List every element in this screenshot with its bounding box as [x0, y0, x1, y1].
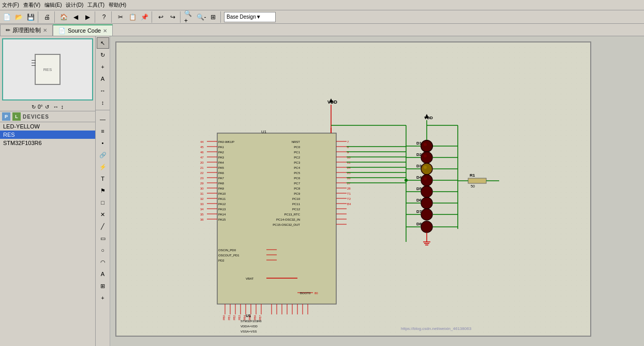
preview-pins — [32, 60, 36, 66]
svg-text:PB1: PB1 — [228, 315, 231, 320]
plus-tool[interactable]: + — [97, 61, 109, 73]
undo-button[interactable]: ↩ — [155, 11, 167, 23]
sep4 — [111, 11, 113, 23]
svg-point-187 — [421, 221, 432, 233]
svg-text:PB0: PB0 — [222, 315, 226, 320]
tab-source-close[interactable]: ✕ — [103, 28, 107, 34]
svg-text:PA13: PA13 — [218, 208, 226, 211]
help-button[interactable]: ? — [98, 11, 110, 23]
junction-tool[interactable]: • — [97, 137, 109, 149]
rotate-tool[interactable]: ↻ — [97, 49, 109, 61]
sep6 — [180, 11, 182, 23]
menu-view[interactable]: 查看(V) — [23, 2, 40, 9]
device-res[interactable]: RES — [0, 131, 95, 139]
svg-text:PC2: PC2 — [294, 156, 300, 159]
probe-tool[interactable]: ⚑ — [97, 185, 109, 196]
circle-tool[interactable]: ○ — [97, 244, 109, 256]
mirror-tool[interactable]: ↔ — [97, 85, 109, 96]
tab-schematic[interactable]: ✏ 原理图绘制 ✕ — [0, 24, 53, 36]
rect-tool[interactable]: ▭ — [97, 233, 109, 244]
menu-tools[interactable]: 工具(T) — [87, 2, 104, 9]
svg-text:44: 44 — [200, 140, 204, 143]
svg-text:80: 80 — [314, 292, 318, 295]
home-button[interactable]: 🏠 — [58, 11, 69, 23]
cut-button[interactable]: ✂ — [115, 11, 126, 23]
bus-tool[interactable]: ≡ — [97, 125, 109, 137]
svg-text:34: 34 — [200, 208, 204, 211]
back-button[interactable]: ◀ — [70, 11, 81, 23]
tool-palette: ↖ ↻ + A ↔ ↕ — ≡ • 🔗 ⚡ T ⚑ □ ✕ ╱ ▭ ○ ◠ A … — [96, 36, 110, 346]
menu-file[interactable]: 文件(F) — [2, 2, 19, 9]
svg-rect-198 — [468, 178, 486, 183]
device-led-yellow[interactable]: LED-YELLOW — [0, 122, 95, 131]
zoom-in-button[interactable]: 🔍+ — [184, 11, 195, 23]
sidebar: RES ↻ 0° ↺ ↔ ↕ P L DEVICES LED-YELLOW RE… — [0, 36, 96, 346]
symbol-tool[interactable]: ⊞ — [97, 280, 109, 292]
schematic-canvas[interactable]: VDD — [115, 41, 591, 337]
save-button[interactable]: 💾 — [25, 11, 36, 23]
tab-schematic-close[interactable]: ✕ — [43, 27, 47, 33]
svg-text:36: 36 — [200, 218, 204, 221]
wire-tool[interactable]: ↕ — [97, 97, 109, 108]
fit-button[interactable]: ⊞ — [207, 11, 219, 23]
svg-text:27: 27 — [347, 182, 351, 185]
rotation-angle: 0° — [38, 104, 43, 110]
copy-button[interactable]: 📋 — [127, 11, 138, 23]
line-tool[interactable]: ╱ — [97, 221, 109, 232]
net-tool[interactable]: 🔗 — [97, 149, 109, 161]
cursor-tool[interactable]: ↖ — [97, 37, 109, 49]
mirror-h-button[interactable]: ↔ — [53, 104, 59, 110]
l-button[interactable]: L — [12, 112, 21, 121]
menu-help[interactable]: 帮助(H) — [109, 2, 126, 9]
svg-text:D7: D7 — [416, 209, 422, 214]
wire2-tool[interactable]: — — [97, 113, 109, 125]
open-button[interactable]: 📂 — [13, 11, 24, 23]
rotate-cw-button[interactable]: ↻ — [32, 104, 36, 110]
svg-text:PA2: PA2 — [218, 151, 224, 154]
svg-text:PA15: PA15 — [218, 218, 226, 221]
device-stm32[interactable]: STM32F103R6 — [0, 139, 95, 147]
component-tool[interactable]: □ — [97, 197, 109, 208]
icon-toolbar: 📄 📂 💾 🖨 🏠 ◀ ▶ ? ✂ 📋 📌 ↩ ↪ 🔍+ 🔍- ⊞ Base D… — [0, 10, 644, 24]
svg-text:20: 20 — [200, 161, 204, 164]
mirror-v-button[interactable]: ↕ — [61, 104, 64, 110]
svg-text:VDDA=VDD: VDDA=VDD — [241, 325, 258, 328]
svg-text:31: 31 — [200, 192, 204, 195]
canvas-area[interactable]: VDD — [110, 36, 644, 346]
menu-design[interactable]: 设计(D) — [66, 2, 83, 9]
svg-point-179 — [421, 197, 432, 209]
component-preview: RES — [2, 38, 93, 100]
preview-label: RES — [43, 67, 52, 72]
delete-tool[interactable]: ✕ — [97, 209, 109, 220]
rotate-ccw-button[interactable]: ↺ — [45, 104, 49, 110]
tab-source[interactable]: 📄 Source Code ✕ — [53, 24, 113, 36]
new-button[interactable]: 📄 — [1, 11, 12, 23]
zoom-out-button[interactable]: 🔍- — [196, 11, 207, 23]
schematic-svg: VDD — [116, 42, 590, 336]
svg-text:PC5: PC5 — [294, 171, 300, 175]
text2-tool[interactable]: A — [97, 268, 109, 280]
svg-point-159 — [421, 152, 432, 163]
forward-button[interactable]: ▶ — [82, 11, 93, 23]
devices-panel: P L DEVICES LED-YELLOW RES STM32F103R6 — [0, 111, 95, 346]
svg-text:PA5: PA5 — [218, 166, 224, 169]
svg-text:D6: D6 — [416, 198, 422, 203]
devices-title: DEVICES — [23, 114, 49, 120]
redo-button[interactable]: ↪ — [167, 11, 178, 23]
svg-text:D1: D1 — [416, 141, 422, 146]
text-tool[interactable]: T — [97, 173, 109, 184]
print-button[interactable]: 🖨 — [41, 11, 53, 23]
design-dropdown[interactable]: Base Design ▼ — [224, 12, 276, 22]
power-tool[interactable]: ⚡ — [97, 161, 109, 172]
svg-text:25: 25 — [347, 171, 351, 175]
paste-button[interactable]: 📌 — [139, 11, 150, 23]
tabs-row: ✏ 原理图绘制 ✕ 📄 Source Code ✕ — [0, 24, 644, 36]
svg-text:33: 33 — [200, 203, 204, 206]
add-tool[interactable]: + — [97, 292, 109, 304]
tab-schematic-label: 原理图绘制 — [12, 26, 41, 34]
arc-tool[interactable]: ◠ — [97, 256, 109, 268]
svg-text:28: 28 — [347, 187, 351, 190]
label-tool[interactable]: A — [97, 73, 109, 84]
p-button[interactable]: P — [2, 112, 10, 121]
menu-edit[interactable]: 编辑(E) — [44, 2, 62, 9]
